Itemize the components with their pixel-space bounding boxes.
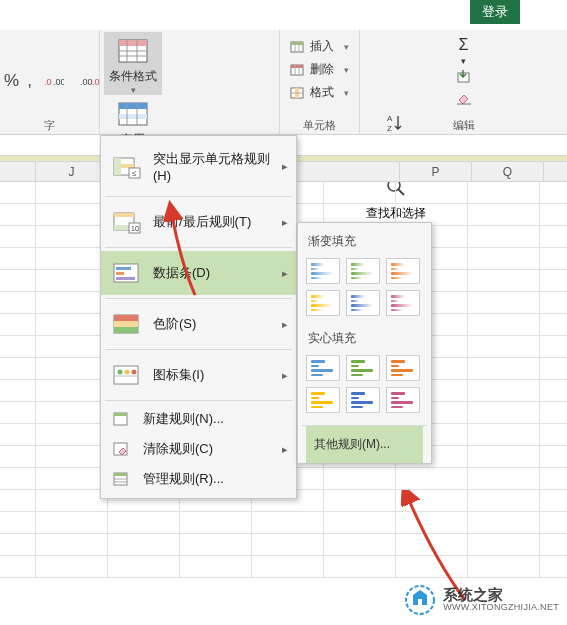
cell[interactable] <box>108 512 180 533</box>
databar-swatch[interactable] <box>306 355 340 381</box>
cell[interactable] <box>36 226 108 247</box>
cell[interactable] <box>468 468 540 489</box>
cell[interactable] <box>36 512 108 533</box>
fill-icon[interactable] <box>455 68 473 86</box>
databar-swatch[interactable] <box>306 258 340 284</box>
svg-rect-40 <box>114 213 134 217</box>
cell[interactable] <box>468 270 540 291</box>
menu-clear-rules[interactable]: 清除规则(C) ▸ <box>101 434 296 464</box>
cell[interactable] <box>36 358 108 379</box>
cell[interactable] <box>468 204 540 225</box>
cell[interactable] <box>468 380 540 401</box>
databar-swatch[interactable] <box>346 387 380 413</box>
cell[interactable] <box>180 534 252 555</box>
cell[interactable] <box>468 292 540 313</box>
svg-rect-45 <box>116 267 131 270</box>
databar-swatch[interactable] <box>386 290 420 316</box>
cell[interactable] <box>252 556 324 577</box>
cell[interactable] <box>108 534 180 555</box>
format-icon <box>290 85 306 101</box>
cell[interactable] <box>468 226 540 247</box>
conditional-format-button[interactable]: 条件格式 ▾ <box>104 32 162 95</box>
insert-button[interactable]: 插入▾ <box>284 36 355 57</box>
menu-top-bottom-rules[interactable]: 10 最前/最后规则(T) ▸ <box>101 200 296 244</box>
databar-swatch[interactable] <box>346 355 380 381</box>
grid-row <box>0 512 567 534</box>
cell[interactable] <box>468 512 540 533</box>
cell[interactable] <box>252 512 324 533</box>
login-tab[interactable]: 登录 <box>470 0 520 24</box>
cell[interactable] <box>36 556 108 577</box>
other-rules-button[interactable]: 其他规则(M)... <box>306 426 423 463</box>
databar-swatch[interactable] <box>306 387 340 413</box>
cell[interactable] <box>468 336 540 357</box>
cell[interactable] <box>36 534 108 555</box>
delete-icon <box>290 62 306 78</box>
cell[interactable] <box>468 490 540 511</box>
column-header[interactable]: P <box>400 162 472 181</box>
cell[interactable] <box>324 556 396 577</box>
cell[interactable] <box>36 424 108 445</box>
column-header[interactable]: J <box>36 162 108 181</box>
cell[interactable] <box>180 556 252 577</box>
databar-swatch[interactable] <box>386 387 420 413</box>
cell[interactable] <box>36 182 108 203</box>
clear-icon[interactable] <box>455 88 473 106</box>
column-header[interactable]: Q <box>472 162 544 181</box>
databar-swatch[interactable] <box>386 258 420 284</box>
cell[interactable] <box>468 446 540 467</box>
cell[interactable] <box>36 336 108 357</box>
cell[interactable] <box>324 490 396 511</box>
cell[interactable] <box>396 512 468 533</box>
cell[interactable] <box>468 358 540 379</box>
cell[interactable] <box>36 270 108 291</box>
format-button[interactable]: 格式▾ <box>284 82 355 103</box>
cell[interactable] <box>180 512 252 533</box>
cell[interactable] <box>396 182 468 203</box>
cell[interactable] <box>36 402 108 423</box>
cell[interactable] <box>36 248 108 269</box>
svg-rect-49 <box>114 315 138 321</box>
cell[interactable] <box>324 512 396 533</box>
menu-manage-rules[interactable]: 管理规则(R)... <box>101 464 296 494</box>
cell[interactable] <box>468 402 540 423</box>
cell[interactable] <box>468 182 540 203</box>
cell[interactable] <box>36 446 108 467</box>
cell[interactable] <box>468 556 540 577</box>
autosum-button[interactable]: Σ▾ <box>364 34 563 108</box>
percent-button[interactable]: % <box>4 71 19 91</box>
cell[interactable] <box>324 534 396 555</box>
cell[interactable] <box>36 204 108 225</box>
menu-data-bars[interactable]: 数据条(D) ▸ <box>101 251 296 295</box>
cell[interactable] <box>468 424 540 445</box>
cell[interactable] <box>396 534 468 555</box>
increase-decimal-button[interactable]: .0.00 <box>40 70 68 92</box>
cell[interactable] <box>396 468 468 489</box>
comma-style-button[interactable]: , <box>27 71 32 91</box>
cell[interactable] <box>36 292 108 313</box>
menu-new-rule[interactable]: 新建规则(N)... <box>101 404 296 434</box>
top-bottom-icon: 10 <box>113 210 141 234</box>
cell[interactable] <box>324 182 396 203</box>
databar-swatch[interactable] <box>386 355 420 381</box>
cell[interactable] <box>36 490 108 511</box>
cell[interactable] <box>468 248 540 269</box>
cell[interactable] <box>36 468 108 489</box>
menu-highlight-rules[interactable]: ≤ 突出显示单元格规则(H) ▸ <box>101 140 296 193</box>
delete-button[interactable]: 删除▾ <box>284 59 355 80</box>
databar-swatch[interactable] <box>346 290 380 316</box>
submenu-arrow-icon: ▸ <box>282 160 288 173</box>
cell[interactable] <box>252 534 324 555</box>
databar-swatch[interactable] <box>306 290 340 316</box>
menu-color-scales[interactable]: 色阶(S) ▸ <box>101 302 296 346</box>
cell[interactable] <box>36 380 108 401</box>
databar-swatch[interactable] <box>346 258 380 284</box>
cell[interactable] <box>36 314 108 335</box>
cell[interactable] <box>396 556 468 577</box>
cell[interactable] <box>396 490 468 511</box>
cell[interactable] <box>108 556 180 577</box>
menu-icon-sets[interactable]: 图标集(I) ▸ <box>101 353 296 397</box>
cell[interactable] <box>468 534 540 555</box>
cell[interactable] <box>468 314 540 335</box>
cell[interactable] <box>324 468 396 489</box>
